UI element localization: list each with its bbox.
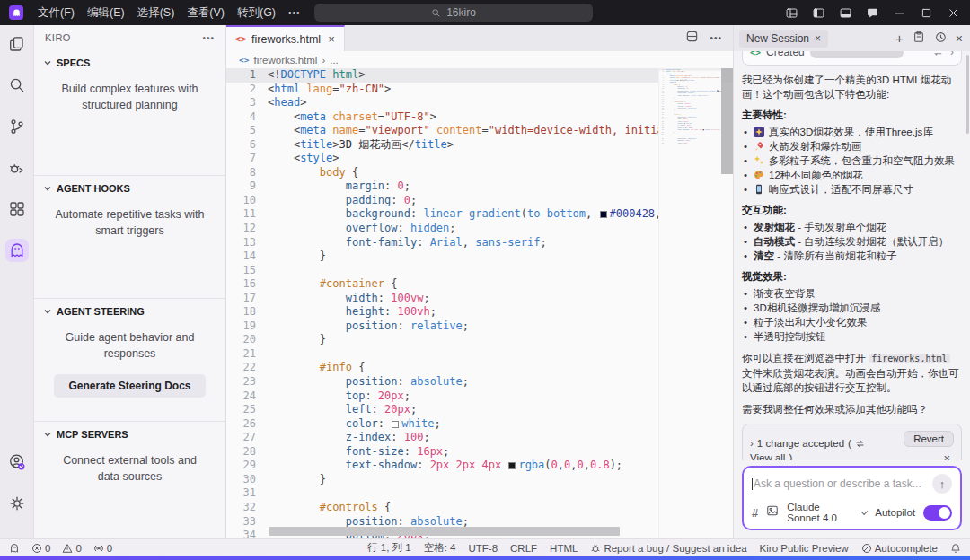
settings-icon[interactable] <box>5 492 29 515</box>
code-line[interactable]: 19 position: relative; <box>226 319 733 334</box>
close-icon[interactable] <box>941 2 965 23</box>
ports-count[interactable]: 0 <box>93 543 112 554</box>
chevron-down-icon[interactable] <box>861 508 869 515</box>
more-menus-button[interactable]: ••• <box>282 5 307 21</box>
kiro-agent-icon[interactable] <box>5 239 29 262</box>
autocomplete[interactable]: Autocomplete <box>861 543 938 554</box>
errors-count[interactable]: 0 <box>31 543 50 554</box>
menu-item[interactable]: 选择(S) <box>131 3 181 23</box>
code-line[interactable]: 5 <meta name="viewport" content="width=d… <box>226 124 733 138</box>
history-icon[interactable] <box>934 31 947 47</box>
explorer-icon[interactable] <box>5 32 29 56</box>
send-button[interactable]: ↑ <box>932 474 952 494</box>
code-line[interactable]: 2<html lang="zh-CN"> <box>226 83 733 97</box>
code-line[interactable]: 17 width: 100vw; <box>226 292 733 306</box>
chevron-right-icon[interactable]: › <box>950 51 954 58</box>
code-line[interactable]: 11 background: linear-gradient(to bottom… <box>226 207 733 222</box>
code-line[interactable]: 18 height: 100vh; <box>226 305 733 319</box>
indentation[interactable]: 空格: 4 <box>424 541 456 555</box>
more-actions-icon[interactable]: ••• <box>710 33 722 43</box>
code-line[interactable]: 14 } <box>226 249 733 264</box>
code-line[interactable]: 15 <box>226 264 733 278</box>
model-selector[interactable]: Claude Sonnet 4.0 <box>787 502 854 523</box>
eol[interactable]: CRLF <box>510 543 537 554</box>
sidebar-more-button[interactable]: ••• <box>202 33 215 43</box>
section-header[interactable]: AGENT HOOKS <box>43 183 216 194</box>
chat-tab-close-icon[interactable]: × <box>815 32 821 45</box>
chat-message-area[interactable]: <> Created › 我已经为你创建了一个精美的3D HTML烟花动画！这个… <box>734 51 970 460</box>
menu-item[interactable]: 文件(F) <box>31 3 81 23</box>
code-line[interactable]: 4 <meta charset="UTF-8"> <box>226 110 733 125</box>
tab-fireworks-html[interactable]: <> fireworks.html × <box>226 25 345 51</box>
report-bug[interactable]: Report a bug / Suggest an idea <box>590 543 746 554</box>
code-line[interactable]: 1<!DOCTYPE html> <box>226 68 733 83</box>
tab-close-icon[interactable]: × <box>328 32 335 46</box>
chat-input-placeholder[interactable]: Ask a question or describe a task... <box>754 477 922 490</box>
sync-icon[interactable] <box>932 51 943 57</box>
context-hash-icon[interactable]: # <box>752 506 758 520</box>
new-chat-icon[interactable]: + <box>895 31 904 46</box>
code-line[interactable]: 25 left: 20px; <box>226 403 733 417</box>
code-line[interactable]: 27 z-index: 100; <box>226 431 733 445</box>
view-all-link[interactable]: View all <box>750 452 785 460</box>
feedback-icon[interactable] <box>860 2 884 23</box>
chat-scrollbar[interactable] <box>966 55 969 134</box>
cursor-position[interactable]: 行 1, 列 1 <box>367 541 411 555</box>
code-line[interactable]: 29 text-shadow: 2px 2px 4px rgba(0,0,0,0… <box>226 459 733 473</box>
code-line[interactable]: 3<head> <box>226 96 733 110</box>
code-line[interactable]: 22 #info { <box>226 361 733 375</box>
code-line[interactable]: 20 } <box>226 333 733 347</box>
expand-chevron-icon[interactable]: › <box>750 438 754 449</box>
encoding[interactable]: UTF-8 <box>468 543 498 554</box>
generate-steering-docs-button[interactable]: Generate Steering Docs <box>54 374 205 398</box>
maximize-icon[interactable] <box>914 2 938 23</box>
section-header[interactable]: AGENT STEERING <box>43 306 216 317</box>
vertical-scrollbar[interactable] <box>721 68 733 174</box>
notifications[interactable] <box>950 543 961 554</box>
code-line[interactable]: 6 <title>3D 烟花动画</title> <box>226 138 733 153</box>
section-header[interactable]: SPECS <box>43 57 216 68</box>
code-line[interactable]: 16 #container { <box>226 277 733 292</box>
code-line[interactable]: 9 margin: 0; <box>226 179 733 194</box>
dismiss-icon[interactable]: × <box>943 451 954 460</box>
code-line[interactable]: 35 left: 50%; <box>659 142 721 144</box>
layout-icon[interactable] <box>780 2 803 23</box>
code-line[interactable]: 30 } <box>226 473 733 487</box>
menu-item[interactable]: 查看(V) <box>181 3 231 23</box>
language-mode[interactable]: HTML <box>550 543 578 554</box>
code-line[interactable]: 23 position: absolute; <box>226 375 733 389</box>
attach-image-icon[interactable] <box>766 504 779 521</box>
revert-button[interactable]: Revert <box>904 431 954 447</box>
search-icon[interactable] <box>5 74 29 97</box>
command-search-input[interactable]: 16kiro <box>314 4 593 22</box>
kiro-logo-icon[interactable] <box>9 5 23 20</box>
breadcrumb[interactable]: <> fireworks.html › ... <box>226 51 733 68</box>
chat-tab-new-session[interactable]: New Session × <box>739 30 828 48</box>
code-line[interactable]: 24 top: 20px; <box>226 389 733 404</box>
horizontal-scrollbar[interactable] <box>269 527 620 536</box>
code-line[interactable]: 26 color: white; <box>226 417 733 432</box>
code-line[interactable]: 13 font-family: Arial, sans-serif; <box>226 236 733 250</box>
kiro-public-preview[interactable]: Kiro Public Preview <box>760 543 849 554</box>
minimap[interactable]: 1<!DOCTYPE html>2<html lang="zh-CN">3<he… <box>658 68 721 538</box>
code-line[interactable]: 21 <box>226 347 733 362</box>
code-line[interactable]: 7 <style> <box>226 152 733 166</box>
breadcrumb-more[interactable]: ... <box>330 55 339 66</box>
code-editor[interactable]: 1<!DOCTYPE html>2<html lang="zh-CN">3<he… <box>226 68 733 538</box>
breadcrumb-file[interactable]: fireworks.html <box>253 55 317 66</box>
code-area[interactable]: 1<!DOCTYPE html>2<html lang="zh-CN">3<he… <box>226 68 733 538</box>
source-control-icon[interactable] <box>5 115 29 138</box>
sidebar-toggle-icon[interactable] <box>807 2 830 23</box>
panel-toggle-icon[interactable] <box>833 2 857 23</box>
code-line[interactable]: 12 overflow: hidden; <box>226 222 733 236</box>
created-file-card[interactable]: <> Created › <box>742 51 962 66</box>
menu-item[interactable]: 编辑(E) <box>81 3 131 23</box>
menu-item[interactable]: 转到(G) <box>231 3 282 23</box>
chat-input-box[interactable]: Ask a question or describe a task... ↑ #… <box>742 466 962 530</box>
code-line[interactable]: 32 #controls { <box>226 501 733 515</box>
code-line[interactable]: 8 body { <box>226 166 733 180</box>
debug-icon[interactable] <box>5 156 29 179</box>
extensions-icon[interactable] <box>5 197 29 221</box>
account-icon[interactable] <box>5 451 29 474</box>
close-panel-icon[interactable]: × <box>956 31 963 46</box>
